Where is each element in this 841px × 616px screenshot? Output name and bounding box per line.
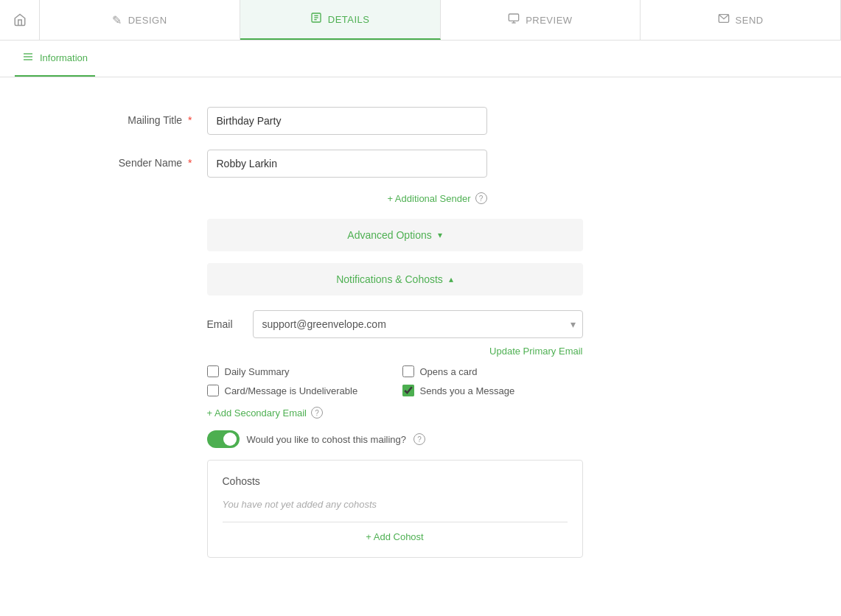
sends-message-item: Sends you a Message (402, 385, 583, 396)
opens-card-checkbox[interactable] (402, 365, 414, 377)
mailing-title-input[interactable] (207, 107, 487, 135)
card-message-item: Card/Message is Undeliverable (207, 385, 388, 396)
cohosts-divider (223, 522, 568, 522)
cohost-toggle-row: Would you like to cohost this mailing? ? (207, 430, 583, 448)
email-field-label: Email (207, 318, 244, 330)
sub-nav-information[interactable]: Information (15, 41, 95, 77)
tab-preview-label: PREVIEW (526, 15, 572, 26)
cohost-help-icon[interactable]: ? (413, 433, 425, 445)
required-star: * (188, 114, 192, 126)
notifications-cohosts-button[interactable]: Notifications & Cohosts ▴ (207, 263, 583, 295)
cohosts-box: Cohosts You have not yet added any cohos… (207, 460, 583, 558)
tab-details-label: DETAILS (328, 14, 370, 25)
cohost-toggle[interactable] (207, 430, 240, 448)
secondary-email-help-icon[interactable]: ? (311, 407, 323, 419)
checkboxes-area: Daily Summary Opens a card Card/Message … (207, 365, 583, 396)
main-content: Mailing Title * Sender Name * + Addition… (0, 77, 841, 587)
add-cohost-link[interactable]: + Add Cohost (223, 531, 568, 542)
card-message-label: Card/Message is Undeliverable (225, 385, 358, 396)
update-primary-email-row: Update Primary Email (207, 346, 583, 357)
advanced-options-button[interactable]: Advanced Options ▾ (207, 219, 583, 251)
additional-sender-link[interactable]: + Additional Sender (387, 193, 470, 204)
send-icon (718, 13, 730, 27)
tab-details[interactable]: DETAILS (240, 0, 441, 40)
daily-summary-checkbox[interactable] (207, 365, 219, 377)
sends-message-checkbox[interactable] (402, 385, 414, 396)
design-icon: ✎ (112, 13, 122, 27)
sub-nav-information-label: Information (40, 52, 88, 63)
chevron-down-icon: ▾ (438, 230, 442, 240)
tab-design[interactable]: ✎ DESIGN (40, 0, 240, 40)
sender-name-input[interactable] (207, 150, 487, 178)
form-section: Mailing Title * Sender Name * + Addition… (89, 107, 753, 558)
tab-design-label: DESIGN (128, 15, 167, 26)
additional-sender-help-icon[interactable]: ? (475, 192, 487, 204)
card-message-checkbox[interactable] (207, 385, 219, 396)
home-tab[interactable] (0, 0, 40, 40)
daily-summary-label: Daily Summary (225, 366, 290, 377)
notifications-cohosts-label: Notifications & Cohosts (336, 273, 443, 285)
email-select-wrapper: support@greenvelope.com ▾ (253, 310, 583, 338)
opens-card-label: Opens a card (420, 366, 478, 377)
preview-icon (508, 13, 520, 27)
notifications-section: Email support@greenvelope.com ▾ Update P… (207, 310, 583, 558)
email-row: Email support@greenvelope.com ▾ (207, 310, 583, 338)
email-select[interactable]: support@greenvelope.com (253, 310, 583, 338)
mailing-title-label: Mailing Title * (89, 107, 207, 126)
additional-sender-row: + Additional Sender ? (89, 192, 487, 204)
advanced-options-label: Advanced Options (347, 229, 431, 241)
sender-required-star: * (188, 157, 192, 169)
details-icon (310, 12, 322, 27)
tab-preview[interactable]: PREVIEW (441, 0, 641, 40)
sub-nav: Information (0, 41, 841, 77)
sends-message-label: Sends you a Message (420, 385, 515, 396)
add-secondary-email-link[interactable]: + Add Secondary Email (207, 407, 307, 419)
tab-send[interactable]: SEND (641, 0, 841, 40)
daily-summary-item: Daily Summary (207, 365, 388, 377)
cohosts-empty-text: You have not yet added any cohosts (223, 499, 568, 510)
information-icon (22, 51, 34, 65)
cohost-question-label: Would you like to cohost this mailing? (247, 434, 407, 445)
sender-name-row: Sender Name * (89, 150, 753, 178)
toggle-slider (207, 430, 240, 448)
mailing-title-row: Mailing Title * (89, 107, 753, 135)
tab-send-label: SEND (736, 15, 764, 26)
update-primary-email-link[interactable]: Update Primary Email (489, 346, 582, 357)
opens-card-item: Opens a card (402, 365, 583, 377)
add-secondary-email-row: + Add Secondary Email ? (207, 407, 583, 419)
sender-name-label: Sender Name * (89, 150, 207, 169)
chevron-up-icon: ▴ (449, 274, 453, 284)
top-nav: ✎ DESIGN DETAILS PREVIEW (0, 0, 841, 41)
cohosts-title: Cohosts (223, 475, 568, 487)
svg-rect-4 (509, 14, 518, 21)
